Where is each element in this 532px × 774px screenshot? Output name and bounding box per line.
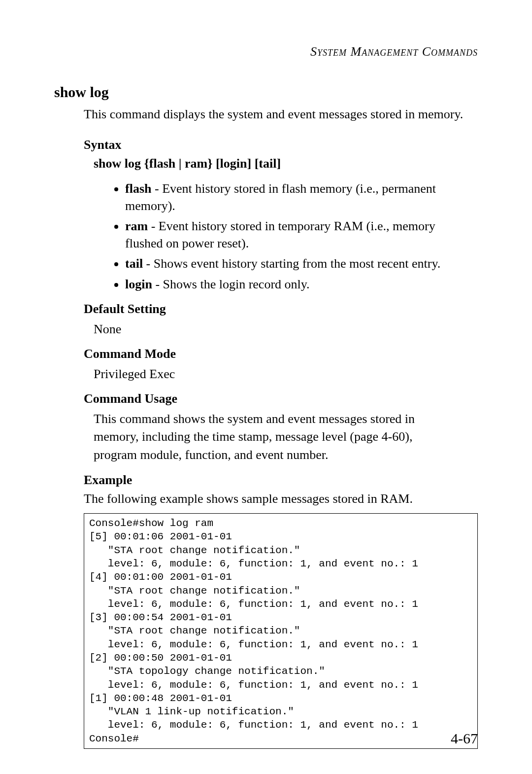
default-setting-value: None (94, 320, 478, 338)
running-header: System Management Commands (54, 44, 478, 59)
list-item: tail - Shows event history starting from… (125, 255, 458, 272)
command-usage-text: This command shows the system and event … (94, 410, 448, 464)
command-title: show log (54, 84, 478, 101)
list-item: ram - Event history stored in temporary … (125, 217, 458, 252)
example-intro: The following example shows sample messa… (84, 492, 478, 506)
page-number: 4-67 (451, 730, 478, 747)
console-output: Console#show log ram [5] 00:01:06 2001-0… (84, 513, 478, 749)
command-mode-value: Privileged Exec (94, 365, 478, 383)
example-heading: Example (84, 473, 478, 488)
syntax-bullet-list: flash - Event history stored in flash me… (112, 180, 478, 293)
term: tail (125, 256, 143, 271)
command-usage-heading: Command Usage (84, 391, 478, 406)
term: flash (125, 181, 151, 196)
term-desc: - Shows the login record only. (152, 277, 310, 291)
command-mode-heading: Command Mode (84, 347, 478, 361)
term-desc: - Event history stored in flash memory (… (125, 181, 436, 213)
list-item: flash - Event history stored in flash me… (125, 180, 458, 214)
list-item: login - Shows the login record only. (125, 276, 458, 293)
page: System Management Commands show log This… (0, 0, 532, 774)
syntax-line: show log {flash | ram} [login] [tail] (94, 156, 478, 171)
intro-paragraph: This command displays the system and eve… (84, 106, 478, 123)
term-desc: - Event history stored in temporary RAM … (125, 219, 435, 250)
term: ram (125, 219, 148, 233)
term-desc: - Shows event history starting from the … (143, 256, 440, 271)
term: login (125, 277, 152, 291)
default-setting-heading: Default Setting (84, 302, 478, 317)
syntax-heading: Syntax (84, 138, 478, 152)
